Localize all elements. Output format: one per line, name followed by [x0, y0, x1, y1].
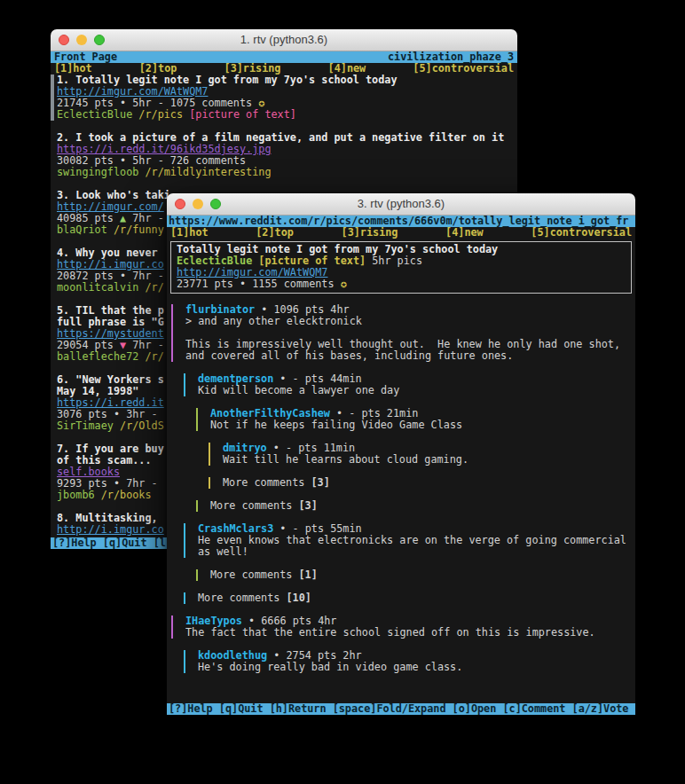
comment-author[interactable]: dmitryo: [223, 442, 267, 454]
text-segment: [picture of text]: [189, 108, 296, 121]
comment-item[interactable]: dmitryo • - pts 11minWait till he learns…: [209, 443, 635, 466]
text-segment: 6. "New Yorkers s: [57, 373, 164, 386]
tab-3rising[interactable]: [3]rising: [342, 227, 398, 239]
comment-item[interactable]: kdoodlethug • 2754 pts 2hrHe's doing rea…: [184, 650, 635, 673]
text-segment: He even knows that electronicks are on t…: [198, 534, 626, 546]
comment-list: flurbinator • 1096 pts 4hr> and any othe…: [167, 304, 635, 673]
text-segment: 7. If you are buy: [57, 443, 164, 455]
more-comments-item[interactable]: More comments [10]: [184, 592, 635, 604]
text-segment: as well!: [198, 545, 248, 558]
comment-line: and covered all of his bases, including …: [179, 350, 635, 362]
text-segment: 40985 pts: [57, 212, 120, 224]
comment-author[interactable]: AnotherFilthyCashew: [210, 407, 330, 419]
text-segment: 21745 pts • 5hr - 1075 comments: [57, 97, 258, 109]
text-segment: 3. Look who's taki: [57, 189, 170, 201]
text-segment: [1]: [298, 568, 317, 581]
text-segment: 29054 pts: [57, 339, 120, 351]
post-line: swingingfloob /r/mildlyinteresting: [51, 167, 517, 178]
text-segment: 3076 pts • 3hr -: [57, 408, 158, 420]
more-comments-item[interactable]: More comments [3]: [196, 500, 635, 512]
text-segment: Kid will become a lawyer one day: [198, 384, 399, 396]
post-url-link[interactable]: self.books: [57, 466, 120, 478]
text-segment: • 1096 pts 4hr: [255, 303, 350, 316]
text-segment: More comments: [210, 568, 298, 581]
text-segment: EclecticBlue: [57, 108, 132, 121]
post-item[interactable]: 2. I took a picture of a film negative, …: [51, 132, 517, 178]
tab-5controversial[interactable]: [5]controversial: [531, 227, 632, 239]
window-comments[interactable]: 3. rtv (python3.6) https://www.reddit.co…: [167, 193, 635, 715]
comment-line: Wait till he learns about cloud gaming.: [217, 454, 635, 466]
text-segment: /r/pics: [138, 108, 183, 121]
comment-item[interactable]: IHaeTypos • 6666 pts 4hrThe fact that th…: [171, 615, 635, 639]
text-segment: [picture of text]: [258, 255, 366, 267]
text-segment: ballefleche72: [57, 350, 138, 363]
comment-line: More comments [3]: [217, 477, 635, 489]
comment-author[interactable]: CrashMclars3: [198, 522, 273, 535]
submission-box[interactable]: Totally legit note I got from my 7yo's s…: [170, 241, 632, 294]
post-url-link[interactable]: http://imgur.com/WAtWQM7: [57, 85, 208, 98]
text-segment: /r/: [145, 350, 163, 363]
text-segment: • 6666 pts 4hr: [242, 615, 337, 627]
post-url-link[interactable]: http://imgur.com/: [57, 200, 164, 213]
comment-item[interactable]: CrashMclars3 • - pts 55minHe even knows …: [184, 523, 635, 558]
comment-item[interactable]: AnotherFilthyCashew • - pts 21minNot if …: [196, 408, 635, 431]
comment-line: More comments [1]: [204, 569, 635, 581]
comment-line: More comments [10]: [192, 592, 635, 604]
comment-line: More comments [3]: [204, 500, 635, 512]
comment-author[interactable]: flurbinator: [185, 303, 255, 316]
post-url-link[interactable]: http://i.imgur.co: [57, 523, 164, 536]
post-item[interactable]: 1. Totally legit note I got from my 7yo'…: [51, 74, 517, 121]
text-segment: EclecticBlue: [177, 255, 252, 267]
post-url-link[interactable]: https://i.redd.it/96ikd35djesy.jpg: [57, 143, 271, 155]
tab-4new[interactable]: [4]new: [445, 227, 484, 239]
window-title: 3. rtv (python3.6): [167, 193, 635, 215]
terminal-comments: https://www.reddit.com/r/pics/comments/6…: [167, 216, 635, 715]
comment-author[interactable]: kdoodlethug: [198, 649, 267, 662]
text-segment: Not if he keeps failing Video Game Class: [210, 419, 462, 431]
text-segment: SirTimaey: [57, 419, 114, 432]
comment-line: He's doing really bad in video game clas…: [192, 662, 635, 673]
tab-2top[interactable]: [2]top: [256, 227, 294, 239]
text-segment: [3]: [298, 499, 317, 512]
text-segment: full phrase is "G: [57, 316, 164, 328]
titlebar-comments[interactable]: 3. rtv (python3.6): [167, 193, 635, 216]
text-segment: May 14, 1998": [57, 385, 138, 397]
post-url-link[interactable]: https://mystudent: [57, 327, 164, 340]
text-segment: [107, 223, 114, 236]
post-line: EclecticBlue /r/pics [picture of text]: [51, 109, 517, 121]
text-segment: [10]: [286, 592, 311, 604]
text-segment: [95, 489, 101, 501]
titlebar-frontpage[interactable]: 1. rtv (python3.6): [51, 29, 517, 51]
comment-item[interactable]: dementperson • - pts 44minKid will becom…: [184, 373, 635, 396]
text-segment: • - pts 11min: [267, 442, 355, 454]
comment-line: Not if he keeps failing Video Game Class: [204, 419, 635, 431]
comment-item[interactable]: flurbinator • 1096 pts 4hr> and any othe…: [171, 304, 635, 362]
text-segment: moonlitcalvin: [57, 281, 138, 294]
text-segment: ✪: [341, 278, 347, 290]
comment-line: He even knows that electronicks are on t…: [192, 535, 635, 546]
text-segment: 1. Totally legit note I got from my 7yo'…: [57, 74, 398, 86]
tab-bar: [1]hot[2]top[3]rising[4]new[5]controvers…: [167, 227, 635, 239]
text-segment: 23771 pts • 1155 comments: [177, 278, 341, 290]
post-url-link[interactable]: http://i.imgur.co: [57, 258, 164, 270]
comment-line: The fact that the entire school signed o…: [179, 627, 635, 639]
text-segment: • 2754 pts 2hr: [267, 649, 362, 662]
text-segment: and covered all of his bases, including …: [185, 349, 513, 362]
window-title: 1. rtv (python3.6): [51, 29, 517, 51]
more-comments-item[interactable]: More comments [3]: [209, 477, 635, 489]
text-segment: [3]: [311, 476, 329, 489]
post-url-link[interactable]: https://i.redd.it: [57, 396, 164, 409]
tab-5controversial[interactable]: [5]controversial: [413, 63, 514, 74]
text-segment: /r/books: [101, 489, 152, 501]
comment-author[interactable]: IHaeTypos: [185, 615, 242, 627]
comment-author[interactable]: dementperson: [198, 372, 273, 385]
text-segment: • - pts 55min: [273, 522, 361, 535]
text-segment: 7hr -: [126, 212, 164, 224]
tab-1hot[interactable]: [1]hot: [170, 227, 209, 239]
text-segment: swingingfloob: [57, 166, 138, 178]
text-segment: The fact that the entire school signed o…: [185, 626, 595, 639]
more-comments-item[interactable]: More comments [1]: [196, 569, 635, 581]
text-segment: More comments: [223, 476, 311, 489]
post-url-link[interactable]: http://imgur.com/WAtWQM7: [177, 266, 327, 278]
text-segment: /r/OldS: [120, 419, 164, 432]
